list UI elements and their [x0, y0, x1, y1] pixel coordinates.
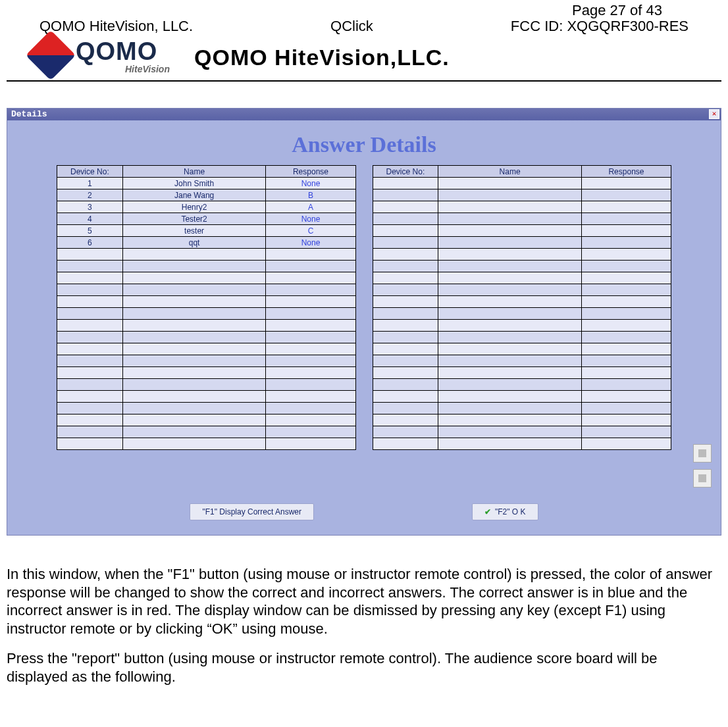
paragraph-2: Press the "report" button (using mouse o…: [7, 649, 719, 686]
table-row: 5testerC: [57, 225, 356, 237]
cell-name: [438, 332, 582, 343]
paragraph-1: In this window, when the "F1" button (us…: [7, 565, 719, 638]
cell-name: [438, 343, 582, 355]
table-row: [373, 343, 671, 355]
cell-response: [266, 355, 355, 367]
cell-device: 6: [57, 237, 123, 249]
cell-device: [373, 308, 438, 320]
logo-text-sub: HiteVision: [125, 64, 170, 74]
cell-name: [122, 272, 266, 284]
answers-table-right: Device No: Name Response: [373, 165, 672, 450]
cell-response: None: [266, 237, 355, 249]
table-row: 3Henry2A: [57, 201, 356, 213]
table-row: [373, 261, 671, 272]
cell-device: [373, 213, 438, 225]
cell-response: [266, 296, 355, 308]
cell-name: [122, 332, 266, 343]
table-row: [373, 213, 671, 225]
body-text: In this window, when the "F1" button (us…: [7, 565, 721, 686]
col-device: Device No:: [373, 166, 438, 178]
close-button[interactable]: ✕: [709, 109, 719, 119]
cell-device: [373, 178, 438, 189]
cell-device: [373, 414, 438, 426]
cell-device: [373, 225, 438, 237]
cell-response: [581, 225, 671, 237]
cell-device: [373, 426, 438, 438]
window-titlebar: Details ✕: [7, 109, 721, 120]
table-row: [57, 249, 356, 261]
cell-device: [373, 403, 438, 414]
scroll-down-button[interactable]: [693, 469, 712, 488]
cell-name: [438, 178, 582, 189]
table-row: [373, 367, 671, 379]
cell-name: [438, 308, 582, 320]
f2-ok-button[interactable]: ✔ "F2" O K: [472, 503, 538, 520]
cell-device: [373, 201, 438, 213]
cell-response: [266, 426, 355, 438]
table-row: [57, 403, 356, 414]
cell-name: [122, 284, 266, 296]
cell-name: [122, 379, 266, 391]
cell-name: [438, 414, 582, 426]
cell-response: [266, 272, 355, 284]
check-icon: ✔: [484, 507, 491, 516]
table-row: [57, 332, 356, 343]
col-name: Name: [438, 166, 582, 178]
cell-response: [581, 261, 671, 272]
cell-name: [122, 367, 266, 379]
cell-name: [438, 320, 582, 332]
table-row: [373, 237, 671, 249]
answers-table-left: Device No: Name Response 1John SmithNone…: [57, 165, 356, 450]
cell-device: [57, 403, 123, 414]
col-device: Device No:: [57, 166, 123, 178]
cell-name: [122, 320, 266, 332]
cell-name: Henry2: [122, 201, 266, 213]
cell-response: [581, 189, 671, 201]
table-row: [57, 343, 356, 355]
close-icon: ✕: [712, 110, 717, 118]
cell-response: [266, 332, 355, 343]
cell-name: [438, 367, 582, 379]
cell-name: tester: [122, 225, 266, 237]
window-title: Details: [11, 109, 47, 119]
table-row: [373, 296, 671, 308]
table-row: [373, 379, 671, 391]
cell-name: qqt: [122, 237, 266, 249]
cell-name: Tester2: [122, 213, 266, 225]
page-number: Page 27 of 43: [7, 0, 721, 19]
cell-response: [266, 403, 355, 414]
cell-device: 3: [57, 201, 123, 213]
cell-response: [581, 272, 671, 284]
cell-device: [57, 320, 123, 332]
cell-device: [373, 355, 438, 367]
cell-response: [581, 438, 671, 450]
col-name: Name: [122, 166, 266, 178]
letterhead: QOMO HiteVision QOMO HiteVision,LLC.: [7, 36, 721, 82]
cell-name: [438, 213, 582, 225]
cell-response: [581, 403, 671, 414]
cell-name: [438, 438, 582, 450]
cell-response: [581, 332, 671, 343]
cell-name: [438, 403, 582, 414]
table-row: 4Tester2None: [57, 213, 356, 225]
cell-response: [581, 178, 671, 189]
cell-device: [373, 379, 438, 391]
cell-device: [57, 426, 123, 438]
cell-device: [57, 272, 123, 284]
cell-name: [122, 296, 266, 308]
cell-response: [581, 414, 671, 426]
table-row: [373, 438, 671, 450]
cell-device: [373, 272, 438, 284]
table-row: 1John SmithNone: [57, 178, 356, 189]
scroll-up-button[interactable]: [693, 444, 712, 463]
table-row: 2Jane WangB: [57, 189, 356, 201]
table-row: [373, 189, 671, 201]
company-name: QOMO HiteVision,LLC.: [194, 45, 450, 70]
cell-device: [373, 261, 438, 272]
square-icon: [698, 449, 706, 457]
tables-container: Device No: Name Response 1John SmithNone…: [7, 165, 721, 450]
f1-display-correct-button[interactable]: "F1" Display Correct Answer: [190, 503, 314, 520]
cell-response: [581, 237, 671, 249]
cell-response: [266, 308, 355, 320]
table-row: [373, 308, 671, 320]
